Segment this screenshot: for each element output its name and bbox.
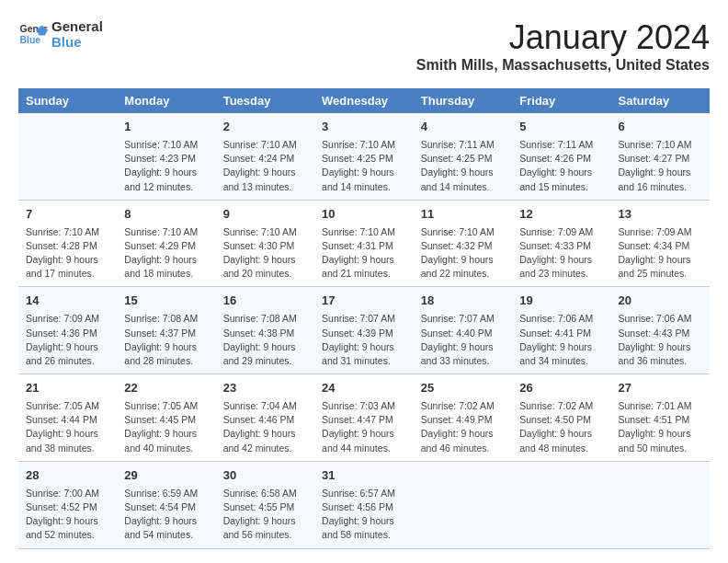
calendar-cell: 19Sunrise: 7:06 AMSunset: 4:41 PMDayligh… (512, 287, 610, 374)
calendar-cell: 7Sunrise: 7:10 AMSunset: 4:28 PMDaylight… (18, 200, 117, 287)
calendar-cell: 26Sunrise: 7:02 AMSunset: 4:50 PMDayligh… (512, 374, 610, 462)
day-info: Sunrise: 7:11 AMSunset: 4:26 PMDaylight:… (519, 138, 603, 194)
day-info: Sunrise: 7:10 AMSunset: 4:29 PMDaylight:… (124, 225, 208, 282)
calendar-cell (18, 113, 117, 200)
calendar-cell (611, 461, 711, 548)
svg-text:Blue: Blue (20, 35, 41, 45)
day-number: 12 (519, 206, 603, 224)
day-info: Sunrise: 7:10 AMSunset: 4:31 PMDaylight:… (322, 225, 406, 282)
day-info: Sunrise: 7:10 AMSunset: 4:25 PMDaylight:… (322, 138, 406, 194)
day-number: 24 (322, 380, 406, 397)
header-cell-saturday: Saturday (611, 88, 711, 113)
day-info: Sunrise: 7:06 AMSunset: 4:41 PMDaylight:… (519, 312, 603, 368)
calendar-cell: 4Sunrise: 7:11 AMSunset: 4:25 PMDaylight… (414, 113, 513, 200)
header-row: SundayMondayTuesdayWednesdayThursdayFrid… (18, 88, 710, 113)
day-info: Sunrise: 6:57 AMSunset: 4:56 PMDaylight:… (322, 487, 406, 543)
day-info: Sunrise: 7:10 AMSunset: 4:27 PMDaylight:… (619, 138, 703, 194)
calendar-cell: 11Sunrise: 7:10 AMSunset: 4:32 PMDayligh… (414, 200, 513, 287)
day-info: Sunrise: 7:01 AMSunset: 4:51 PMDaylight:… (619, 399, 703, 455)
calendar-cell: 28Sunrise: 7:00 AMSunset: 4:52 PMDayligh… (18, 461, 117, 548)
header-cell-sunday: Sunday (18, 88, 117, 113)
header-cell-tuesday: Tuesday (216, 88, 314, 113)
day-number: 10 (322, 206, 406, 224)
header-cell-wednesday: Wednesday (314, 88, 414, 113)
day-number: 11 (421, 206, 506, 224)
day-number: 30 (223, 467, 307, 485)
day-number: 1 (124, 119, 208, 136)
day-number: 17 (322, 293, 406, 310)
day-number: 4 (421, 119, 506, 136)
calendar-cell: 25Sunrise: 7:02 AMSunset: 4:49 PMDayligh… (414, 374, 513, 462)
day-info: Sunrise: 7:05 AMSunset: 4:45 PMDaylight:… (124, 399, 208, 455)
calendar-cell: 15Sunrise: 7:08 AMSunset: 4:37 PMDayligh… (117, 287, 215, 374)
day-info: Sunrise: 7:07 AMSunset: 4:40 PMDaylight:… (421, 312, 506, 368)
day-info: Sunrise: 7:10 AMSunset: 4:32 PMDaylight:… (421, 225, 506, 282)
day-info: Sunrise: 7:02 AMSunset: 4:49 PMDaylight:… (421, 399, 506, 455)
day-number: 26 (519, 380, 603, 397)
header-cell-thursday: Thursday (414, 88, 513, 113)
day-info: Sunrise: 7:10 AMSunset: 4:28 PMDaylight:… (26, 225, 109, 282)
calendar-cell: 5Sunrise: 7:11 AMSunset: 4:26 PMDaylight… (512, 113, 610, 200)
day-number: 29 (124, 467, 208, 485)
day-number: 28 (26, 467, 109, 485)
calendar-cell: 30Sunrise: 6:58 AMSunset: 4:55 PMDayligh… (216, 461, 314, 548)
day-info: Sunrise: 7:11 AMSunset: 4:25 PMDaylight:… (421, 138, 506, 194)
calendar-cell: 31Sunrise: 6:57 AMSunset: 4:56 PMDayligh… (314, 461, 414, 548)
week-row: 21Sunrise: 7:05 AMSunset: 4:44 PMDayligh… (18, 374, 710, 462)
day-info: Sunrise: 7:08 AMSunset: 4:37 PMDaylight:… (124, 312, 208, 368)
calendar-cell: 27Sunrise: 7:01 AMSunset: 4:51 PMDayligh… (611, 374, 711, 462)
month-title: January 2024 (416, 18, 710, 57)
logo-icon: General Blue (18, 19, 48, 49)
day-number: 7 (26, 206, 109, 224)
day-info: Sunrise: 6:58 AMSunset: 4:55 PMDaylight:… (223, 487, 307, 543)
day-info: Sunrise: 6:59 AMSunset: 4:54 PMDaylight:… (124, 487, 208, 543)
week-row: 7Sunrise: 7:10 AMSunset: 4:28 PMDaylight… (18, 200, 710, 287)
calendar-cell: 20Sunrise: 7:06 AMSunset: 4:43 PMDayligh… (611, 287, 711, 374)
day-info: Sunrise: 7:05 AMSunset: 4:44 PMDaylight:… (26, 399, 109, 455)
week-row: 14Sunrise: 7:09 AMSunset: 4:36 PMDayligh… (18, 287, 710, 374)
day-number: 27 (619, 380, 703, 397)
calendar-cell: 14Sunrise: 7:09 AMSunset: 4:36 PMDayligh… (18, 287, 117, 374)
calendar-cell: 12Sunrise: 7:09 AMSunset: 4:33 PMDayligh… (512, 200, 610, 287)
calendar-cell: 13Sunrise: 7:09 AMSunset: 4:34 PMDayligh… (611, 200, 711, 287)
day-number: 31 (322, 467, 406, 485)
calendar-cell: 16Sunrise: 7:08 AMSunset: 4:38 PMDayligh… (216, 287, 314, 374)
day-number: 14 (26, 293, 109, 310)
calendar-cell: 21Sunrise: 7:05 AMSunset: 4:44 PMDayligh… (18, 374, 117, 462)
calendar-cell: 9Sunrise: 7:10 AMSunset: 4:30 PMDaylight… (216, 200, 314, 287)
day-number: 22 (124, 380, 208, 397)
calendar-cell: 2Sunrise: 7:10 AMSunset: 4:24 PMDaylight… (216, 113, 314, 200)
calendar-cell: 10Sunrise: 7:10 AMSunset: 4:31 PMDayligh… (314, 200, 414, 287)
calendar-cell: 3Sunrise: 7:10 AMSunset: 4:25 PMDaylight… (314, 113, 414, 200)
day-number: 16 (223, 293, 307, 310)
logo: General Blue GeneralBlue (18, 18, 103, 51)
day-info: Sunrise: 7:09 AMSunset: 4:36 PMDaylight:… (26, 312, 109, 368)
calendar-cell: 8Sunrise: 7:10 AMSunset: 4:29 PMDaylight… (117, 200, 215, 287)
calendar-cell: 1Sunrise: 7:10 AMSunset: 4:23 PMDaylight… (117, 113, 215, 200)
calendar-cell: 22Sunrise: 7:05 AMSunset: 4:45 PMDayligh… (117, 374, 215, 462)
day-info: Sunrise: 7:07 AMSunset: 4:39 PMDaylight:… (322, 312, 406, 368)
day-number: 20 (619, 293, 703, 310)
calendar-cell: 24Sunrise: 7:03 AMSunset: 4:47 PMDayligh… (314, 374, 414, 462)
day-info: Sunrise: 7:09 AMSunset: 4:34 PMDaylight:… (619, 225, 703, 282)
day-number: 18 (421, 293, 506, 310)
day-info: Sunrise: 7:10 AMSunset: 4:24 PMDaylight:… (223, 138, 307, 194)
calendar-table: SundayMondayTuesdayWednesdayThursdayFrid… (18, 88, 710, 549)
day-info: Sunrise: 7:10 AMSunset: 4:23 PMDaylight:… (124, 138, 208, 194)
day-number: 21 (26, 380, 109, 397)
day-number: 23 (223, 380, 307, 397)
calendar-cell (512, 461, 610, 548)
day-number: 6 (619, 119, 703, 136)
day-info: Sunrise: 7:03 AMSunset: 4:47 PMDaylight:… (322, 399, 406, 455)
day-info: Sunrise: 7:08 AMSunset: 4:38 PMDaylight:… (223, 312, 307, 368)
day-number: 13 (619, 206, 703, 224)
header-cell-monday: Monday (117, 88, 215, 113)
day-info: Sunrise: 7:10 AMSunset: 4:30 PMDaylight:… (223, 225, 307, 282)
calendar-cell: 6Sunrise: 7:10 AMSunset: 4:27 PMDaylight… (611, 113, 711, 200)
header-cell-friday: Friday (512, 88, 610, 113)
day-info: Sunrise: 7:02 AMSunset: 4:50 PMDaylight:… (519, 399, 603, 455)
day-info: Sunrise: 7:06 AMSunset: 4:43 PMDaylight:… (619, 312, 703, 368)
day-info: Sunrise: 7:00 AMSunset: 4:52 PMDaylight:… (26, 487, 109, 543)
day-info: Sunrise: 7:09 AMSunset: 4:33 PMDaylight:… (519, 225, 603, 282)
logo-text: GeneralBlue (51, 18, 103, 51)
